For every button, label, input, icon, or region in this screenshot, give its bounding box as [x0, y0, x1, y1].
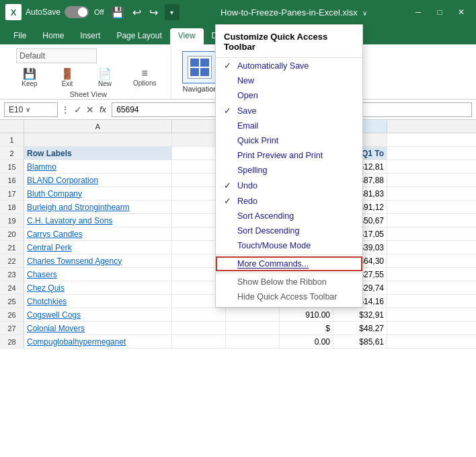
- menu-item-save[interactable]: ✓ Save: [216, 103, 362, 118]
- dropdown-overlay: Customize Quick Access Toolbar ✓ Automat…: [0, 0, 476, 457]
- menu-item-label: Sort Ascending: [237, 211, 294, 221]
- menu-item-label: Redo: [237, 197, 257, 206]
- menu-item-undo[interactable]: ✓ Undo: [216, 178, 362, 193]
- menu-item-print-preview[interactable]: Print Preview and Print: [216, 148, 362, 163]
- menu-item-new[interactable]: New: [216, 73, 362, 88]
- dropdown-title: Customize Quick Access Toolbar: [216, 28, 362, 58]
- menu-item-label: Spelling: [237, 166, 267, 175]
- menu-item-sort-descending[interactable]: Sort Descending: [216, 223, 362, 238]
- check-save-icon: ✓: [224, 106, 235, 116]
- menu-item-label: Undo: [237, 181, 257, 190]
- menu-item-touch-mouse[interactable]: Touch/Mouse Mode: [216, 238, 362, 253]
- menu-item-label: Print Preview and Print: [237, 151, 323, 160]
- menu-item-label: Touch/Mouse Mode: [237, 241, 311, 250]
- menu-item-open[interactable]: Open: [216, 88, 362, 103]
- menu-item-label: Open: [237, 91, 258, 100]
- menu-item-label: Save: [237, 106, 257, 116]
- menu-item-label: Email: [237, 121, 258, 131]
- menu-item-label: New: [237, 76, 254, 85]
- quick-access-toolbar-menu: Customize Quick Access Toolbar ✓ Automat…: [215, 24, 363, 308]
- check-undo-icon: ✓: [224, 180, 235, 190]
- menu-separator-2: [216, 273, 362, 273]
- menu-item-label: Show Below the Ribbon: [237, 277, 327, 287]
- menu-item-label: Hide Quick Access Toolbar: [237, 292, 337, 302]
- menu-item-auto-save[interactable]: ✓ Automatically Save: [216, 58, 362, 73]
- menu-item-more-commands[interactable]: More Commands...: [216, 256, 362, 271]
- menu-item-quick-print[interactable]: Quick Print: [216, 133, 362, 148]
- menu-item-email[interactable]: Email: [216, 118, 362, 133]
- menu-separator: [216, 254, 362, 255]
- menu-item-label: More Commands...: [237, 259, 309, 269]
- menu-item-spelling[interactable]: Spelling: [216, 163, 362, 178]
- menu-item-label: Automatically Save: [237, 61, 309, 71]
- check-redo-icon: ✓: [224, 196, 235, 206]
- menu-item-hide-toolbar[interactable]: Hide Quick Access Toolbar: [216, 289, 362, 304]
- menu-item-sort-ascending[interactable]: Sort Ascending: [216, 209, 362, 223]
- check-auto-save-icon: ✓: [224, 61, 235, 71]
- menu-item-label: Quick Print: [237, 136, 278, 145]
- menu-item-label: Sort Descending: [237, 226, 299, 236]
- menu-item-show-below[interactable]: Show Below the Ribbon: [216, 275, 362, 289]
- menu-item-redo[interactable]: ✓ Redo: [216, 193, 362, 209]
